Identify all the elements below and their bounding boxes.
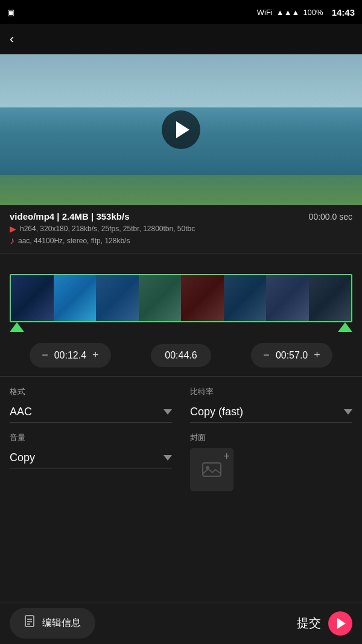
start-minus-button[interactable]: − xyxy=(42,349,48,362)
timeline-thumbnails xyxy=(11,275,351,321)
back-button[interactable]: ‹ xyxy=(10,31,14,47)
thumbnail-4 xyxy=(181,275,224,321)
bottom-bar: 编辑信息 提交 xyxy=(0,602,362,644)
timeline-strip[interactable] xyxy=(10,274,352,322)
timeline-bottom-markers xyxy=(0,322,362,332)
edit-doc-icon xyxy=(24,615,36,631)
top-bar: ‹ xyxy=(0,24,362,54)
settings-area: 格式 AAC 比特率 Copy (fast) 音量 Copy 封面 + xyxy=(0,377,362,501)
svg-rect-2 xyxy=(25,616,34,626)
cover-label: 封面 xyxy=(190,432,352,443)
settings-row-2: 音量 Copy 封面 + xyxy=(10,432,352,491)
video-details-row: ▶ h264, 320x180, 218kb/s, 25fps, 25tbr, … xyxy=(10,224,352,234)
format-label: 格式 xyxy=(10,386,172,397)
timeline-top-marker xyxy=(0,261,362,272)
format-setting: 格式 AAC xyxy=(10,386,172,422)
svg-rect-0 xyxy=(203,463,221,476)
marker-end[interactable] xyxy=(338,322,352,332)
bitrate-select[interactable]: Copy (fast) xyxy=(190,402,352,422)
bitrate-label: 比特率 xyxy=(190,386,352,397)
video-title: video/mp4 | 2.4MB | 353kb/s xyxy=(10,211,129,222)
thumbnail-3 xyxy=(139,275,182,321)
format-value: AAC xyxy=(10,406,32,418)
video-duration: 00:00.0 sec xyxy=(309,212,352,222)
end-minus-button[interactable]: − xyxy=(263,349,270,362)
video-sky xyxy=(0,54,362,107)
format-dropdown-arrow xyxy=(164,409,172,415)
start-plus-button[interactable]: + xyxy=(92,349,99,362)
play-button[interactable] xyxy=(162,110,200,149)
video-info-row: video/mp4 | 2.4MB | 353kb/s 00:00.0 sec xyxy=(10,211,352,222)
battery-status: 100% xyxy=(303,8,323,17)
cover-plus-icon: + xyxy=(223,450,230,463)
signal-icon: ▲▲▲ xyxy=(276,8,300,17)
edit-info-button[interactable]: 编辑信息 xyxy=(10,608,95,639)
submit-label: 提交 xyxy=(297,615,321,631)
arrow-right-icon xyxy=(337,618,346,629)
bitrate-dropdown-arrow xyxy=(344,409,352,415)
thumbnail-0 xyxy=(11,275,54,321)
start-time-value: 00:12.4 xyxy=(54,350,86,361)
volume-label: 音量 xyxy=(10,432,172,443)
edit-info-label: 编辑信息 xyxy=(42,617,81,630)
end-plus-button[interactable]: + xyxy=(314,349,320,362)
thumbnail-6 xyxy=(266,275,309,321)
wifi-icon: WiFi xyxy=(257,8,273,17)
end-time-value: 00:57.0 xyxy=(276,350,308,361)
volume-value: Copy xyxy=(10,451,35,464)
cover-setting: 封面 + xyxy=(190,432,352,491)
volume-setting: 音量 Copy xyxy=(10,432,172,491)
volume-select[interactable]: Copy xyxy=(10,448,172,468)
thumbnail-2 xyxy=(96,275,139,321)
timeline-area xyxy=(0,253,362,337)
end-time-control[interactable]: − 00:57.0 + xyxy=(251,343,332,368)
thumbnail-5 xyxy=(224,275,267,321)
volume-dropdown-arrow xyxy=(164,455,172,461)
document-icon xyxy=(24,615,36,628)
audio-codec-info: aac, 44100Hz, stereo, fltp, 128kb/s xyxy=(18,237,130,245)
image-icon xyxy=(201,459,223,480)
cover-picker[interactable]: + xyxy=(190,448,233,491)
mid-time-value: 00:44.6 xyxy=(151,344,211,367)
format-select[interactable]: AAC xyxy=(10,402,172,422)
play-icon xyxy=(176,121,189,138)
clock: 14:43 xyxy=(332,7,355,18)
bitrate-value: Copy (fast) xyxy=(190,406,243,418)
status-icons: WiFi ▲▲▲ 100% xyxy=(257,8,323,17)
video-shore xyxy=(0,175,362,205)
start-time-control[interactable]: − 00:12.4 + xyxy=(30,343,110,368)
thumbnail-1 xyxy=(54,275,97,321)
video-info-panel: video/mp4 | 2.4MB | 353kb/s 00:00.0 sec … xyxy=(0,205,362,253)
video-type-icon: ▶ xyxy=(10,224,16,234)
audio-type-icon: ♪ xyxy=(10,235,14,246)
audio-details-row: ♪ aac, 44100Hz, stereo, fltp, 128kb/s xyxy=(10,235,352,246)
bitrate-setting: 比特率 Copy (fast) xyxy=(190,386,352,422)
time-controls: − 00:12.4 + 00:44.6 − 00:57.0 + xyxy=(0,337,362,374)
submit-arrow-icon xyxy=(328,611,352,636)
submit-button[interactable]: 提交 xyxy=(297,611,352,636)
thumbnail-7 xyxy=(309,275,352,321)
status-bar: ▣ WiFi ▲▲▲ 100% 14:43 xyxy=(0,0,362,24)
app-icon: ▣ xyxy=(7,8,14,17)
settings-row-1: 格式 AAC 比特率 Copy (fast) xyxy=(10,386,352,422)
video-preview xyxy=(0,54,362,205)
video-codec-info: h264, 320x180, 218kb/s, 25fps, 25tbr, 12… xyxy=(20,225,195,233)
marker-start[interactable] xyxy=(10,322,24,332)
